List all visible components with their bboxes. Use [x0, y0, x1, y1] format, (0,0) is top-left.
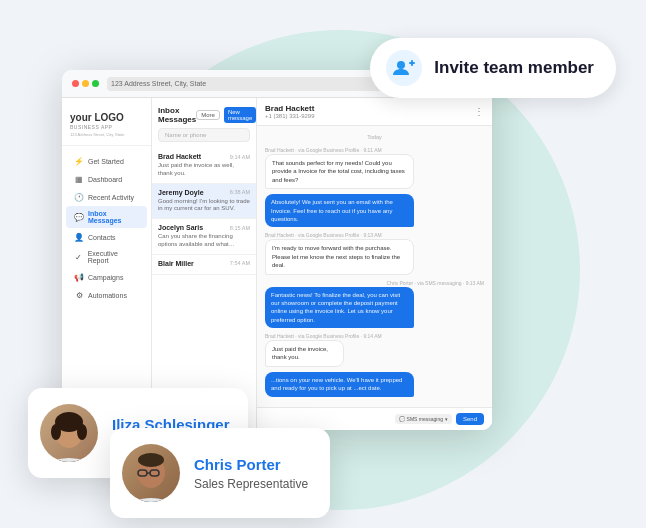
sidebar-item-recent-activity[interactable]: 🕐 Recent Activity — [66, 188, 147, 206]
app-window: 123 Address Street, City, State your LOG… — [62, 70, 492, 430]
svg-point-10 — [138, 453, 164, 467]
list-item[interactable]: Brad Hackett 9:14 AM Just paid the invoi… — [152, 148, 256, 184]
dashboard-icon: ▦ — [74, 174, 84, 184]
chevron-down-icon: ▾ — [445, 416, 448, 422]
message-bubble: Fantastic news! To finalize the deal, yo… — [265, 287, 414, 329]
sidebar-item-automations[interactable]: ⚙ Automations — [66, 286, 147, 304]
message-row: Brad Hackett · via Google Business Profi… — [265, 232, 484, 274]
close-dot — [72, 80, 79, 87]
more-button[interactable]: More — [196, 110, 220, 120]
invite-badge[interactable]: Invite team member — [370, 38, 616, 98]
minimize-dot — [82, 80, 89, 87]
svg-point-7 — [77, 424, 87, 440]
message-bubble: I'm ready to move forward with the purch… — [265, 239, 414, 274]
send-button[interactable]: Send — [456, 413, 484, 425]
person-card-chris: Chris Porter Sales Representative — [110, 428, 330, 518]
sms-icon: 💬 — [399, 416, 405, 422]
logo-area: your LOGO BUSINESS APP 123 Address Stree… — [62, 106, 151, 146]
sidebar-item-dashboard[interactable]: ▦ Dashboard — [66, 170, 147, 188]
maximize-dot — [92, 80, 99, 87]
list-item[interactable]: Blair Miller 7:54 AM — [152, 255, 256, 275]
chat-contact-phone: +1 (381) 331-9299 — [265, 113, 315, 119]
message-bubble: Just paid the invoice, thank you. — [265, 340, 344, 367]
inbox-title: Inbox Messages — [158, 106, 196, 124]
logo-text: your LOGO — [70, 112, 143, 123]
chat-messages: Today Brad Hackett · via Google Business… — [257, 126, 492, 407]
logo-address: 123 Address Street, City, State — [70, 132, 143, 137]
sms-toggle[interactable]: 💬 SMS messaging ▾ — [395, 414, 452, 424]
person-title-chris: Sales Representative — [194, 477, 308, 491]
contacts-icon: 👤 — [74, 232, 84, 242]
inbox-actions: More New message — [196, 107, 256, 123]
message-row: Brad Hackett · via Google Business Profi… — [265, 333, 484, 367]
sidebar-item-inbox-messages[interactable]: 💬 Inbox Messages — [66, 206, 147, 228]
chat-icon: 💬 — [74, 212, 84, 222]
inbox-panel: Inbox Messages More New message Name or … — [152, 98, 257, 430]
chat-panel: Brad Hackett +1 (381) 331-9299 ⋮ Today B… — [257, 98, 492, 430]
inbox-header: Inbox Messages More New message — [152, 98, 256, 128]
logo-subtitle: BUSINESS APP — [70, 124, 143, 130]
chat-menu-dots[interactable]: ⋮ — [474, 106, 484, 117]
message-bubble: That sounds perfect for my needs! Could … — [265, 154, 414, 189]
clock-icon: 🕐 — [74, 192, 84, 202]
sidebar: your LOGO BUSINESS APP 123 Address Stree… — [62, 98, 152, 430]
avatar-chris — [122, 444, 180, 502]
avatar-iliza — [40, 404, 98, 462]
list-item[interactable]: Jocelyn Saris 8:15 AM Can you share the … — [152, 219, 256, 255]
sidebar-item-campaigns[interactable]: 📢 Campaigns — [66, 268, 147, 286]
bolt-icon: ⚡ — [74, 156, 84, 166]
message-bubble: ...tions on your new vehicle. We'll have… — [265, 372, 414, 397]
new-message-button[interactable]: New message — [224, 107, 256, 123]
chat-contact-name: Brad Hackett — [265, 104, 315, 113]
list-item[interactable]: Jeremy Doyle 6:38 AM Good morning! I'm l… — [152, 184, 256, 220]
sidebar-item-get-started[interactable]: ⚡ Get Started — [66, 152, 147, 170]
chat-header: Brad Hackett +1 (381) 331-9299 ⋮ — [257, 98, 492, 126]
invite-icon — [386, 50, 422, 86]
person-info-chris: Chris Porter Sales Representative — [194, 456, 308, 491]
person-name-chris: Chris Porter — [194, 456, 308, 474]
window-controls — [72, 80, 99, 87]
chat-date: Today — [265, 134, 484, 140]
chat-input-row: 💬 SMS messaging ▾ Send — [257, 407, 492, 430]
automations-icon: ⚙ — [74, 290, 84, 300]
report-icon: ✓ — [74, 252, 84, 262]
svg-point-6 — [51, 424, 61, 440]
app-body: your LOGO BUSINESS APP 123 Address Stree… — [62, 98, 492, 430]
campaigns-icon: 📢 — [74, 272, 84, 282]
search-input[interactable]: Name or phone — [158, 128, 250, 142]
message-bubble: Absolutely! We just sent you an email wi… — [265, 194, 414, 227]
invite-label: Invite team member — [434, 58, 594, 78]
message-row: ...tions on your new vehicle. We'll have… — [265, 372, 484, 397]
message-row: Chris Porter · via SMS messaging · 9:13 … — [265, 280, 484, 329]
message-row: Brad Hackett · via Google Business Profi… — [265, 147, 484, 189]
sidebar-item-executive-report[interactable]: ✓ Executive Report — [66, 246, 147, 268]
sidebar-item-contacts[interactable]: 👤 Contacts — [66, 228, 147, 246]
svg-point-0 — [397, 61, 405, 69]
message-row: Absolutely! We just sent you an email wi… — [265, 194, 484, 227]
